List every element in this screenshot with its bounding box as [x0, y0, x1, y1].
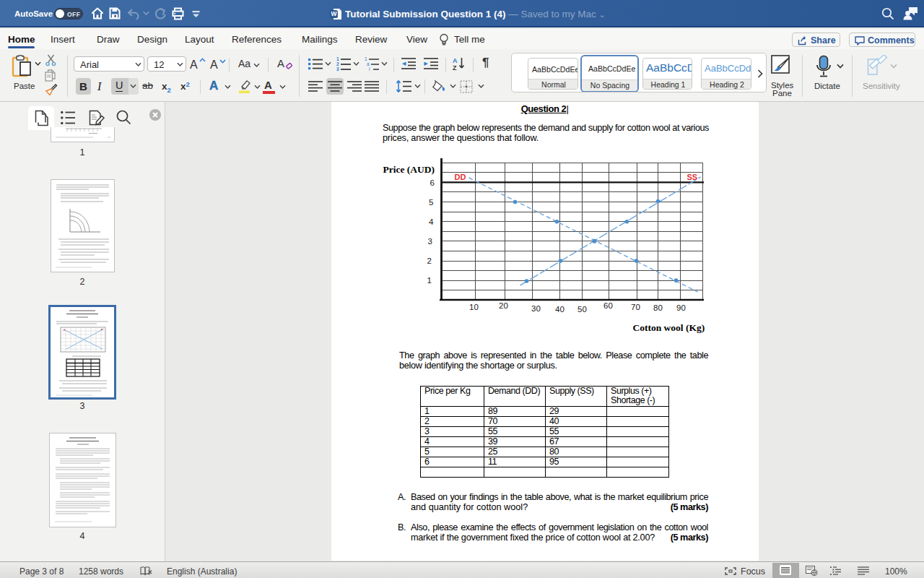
- svg-text:20: 20: [499, 301, 508, 310]
- svg-text:70: 70: [631, 303, 640, 311]
- svg-text:4: 4: [429, 217, 434, 226]
- svg-text:5: 5: [429, 198, 433, 207]
- svg-text:SS: SS: [687, 173, 697, 181]
- svg-text:A: A: [453, 57, 458, 64]
- svg-text:3: 3: [427, 237, 432, 246]
- svg-text:DD: DD: [454, 173, 466, 181]
- svg-text:40: 40: [555, 305, 565, 314]
- svg-text:1: 1: [336, 56, 339, 61]
- svg-text:1: 1: [427, 276, 431, 285]
- svg-text:50: 50: [578, 305, 587, 314]
- svg-text:3: 3: [336, 66, 339, 71]
- svg-text:i: i: [369, 66, 370, 71]
- svg-text:Cotton wool (Kg): Cotton wool (Kg): [632, 322, 705, 333]
- svg-text:2: 2: [427, 256, 431, 265]
- svg-text:80: 80: [653, 303, 663, 312]
- svg-text:Price (AUD): Price (AUD): [383, 164, 435, 175]
- svg-text:a: a: [367, 61, 370, 66]
- svg-text:2: 2: [336, 61, 339, 66]
- svg-text:6: 6: [430, 178, 434, 187]
- svg-text:1: 1: [365, 56, 367, 61]
- svg-text:90: 90: [676, 303, 686, 312]
- svg-text:Z: Z: [453, 64, 457, 71]
- svg-text:W: W: [331, 10, 337, 17]
- svg-text:60: 60: [603, 301, 613, 310]
- svg-text:10: 10: [469, 303, 479, 311]
- svg-text:30: 30: [531, 304, 541, 313]
